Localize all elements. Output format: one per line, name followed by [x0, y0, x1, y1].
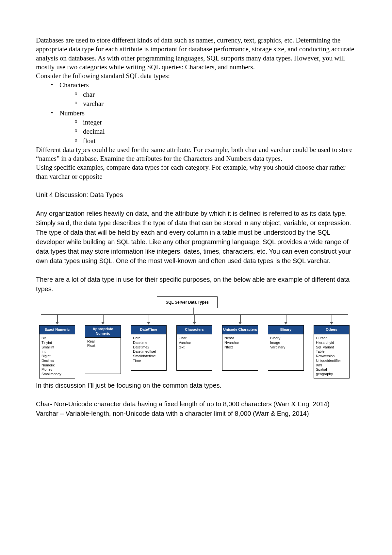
list-item: integer [74, 118, 356, 127]
list-item: Numbers integer decimal float [51, 109, 356, 145]
diagram-title: SQL Server Data Types [157, 296, 218, 308]
diagram-column-body: NcharNvarcharNtext [222, 334, 258, 371]
list-item: decimal [74, 127, 356, 136]
body-paragraph: Using specific examples, compare data ty… [36, 163, 356, 181]
body-paragraph: There are a lot of data type in use for … [36, 275, 356, 294]
diagram-column-header: Appropriate Numeric [85, 325, 121, 338]
category-label: Numbers [59, 109, 85, 117]
category-label: Characters [59, 81, 89, 89]
body-paragraph: Varchar – Variable-length, non-Unicode d… [36, 409, 356, 418]
diagram-column: Date/TimeDateDatetimeDatetime2Datetimeof… [131, 325, 167, 371]
intro-paragraph-2: Consider the following standard SQL data… [36, 72, 356, 80]
intro-paragraph-1: Databases are used to store different ki… [36, 36, 356, 72]
body-paragraph: Any organization relies heavily on data,… [36, 209, 356, 266]
document-page: Databases are used to store different ki… [0, 0, 392, 555]
body-paragraph: Different data types could be used for t… [36, 145, 356, 163]
diagram-column: CharactersCharVarchartext [176, 325, 212, 371]
list-item: Characters char varchar [51, 80, 356, 108]
diagram-column-header: Exact Numeric [39, 325, 75, 334]
diagram-column: Exact NumericBitTinyintSmallintIntBigint… [39, 325, 75, 378]
list-item: char [74, 90, 356, 99]
diagram-column-body: BinaryImageVarbinary [268, 334, 304, 371]
diagram-column-body: BitTinyintSmallintIntBigintDecimalNumeri… [39, 334, 75, 378]
section-heading: Unit 4 Discussion: Data Types [36, 190, 356, 200]
body-paragraph: Char- Non-Unicode character data having … [36, 399, 356, 409]
diagram-column-header: Date/Time [131, 325, 167, 334]
diagram-column-body: CursorHierarchyidSql_variantTableRowvers… [314, 334, 350, 378]
diagram-column-header: Characters [176, 325, 212, 334]
sub-list: char varchar [74, 90, 356, 109]
diagram-column-body: RealFloat [85, 338, 121, 374]
diagram-column-header: Binary [268, 325, 304, 334]
diagram-column: Appropriate NumericRealFloat [85, 325, 121, 374]
diagram-column-header: Others [314, 325, 350, 334]
diagram-column: Unicode CharactersNcharNvarcharNtext [222, 325, 258, 371]
diagram-column-header: Unicode Characters [222, 325, 258, 334]
diagram-column-body: DateDatetimeDatetime2DatetimeoffsetSmall… [131, 334, 167, 371]
sql-data-type-diagram: SQL Server Data Types Exact NumericBitTi… [36, 296, 351, 375]
list-item: varchar [74, 99, 356, 108]
diagram-column: OthersCursorHierarchyidSql_variantTableR… [314, 325, 350, 378]
body-paragraph: In this discussion I’ll just be focusing… [36, 381, 356, 390]
diagram-column: BinaryBinaryImageVarbinary [268, 325, 304, 371]
top-bullet-list: Characters char varchar Numbers integer … [51, 80, 356, 145]
list-item: float [74, 136, 356, 145]
diagram-column-body: CharVarchartext [176, 334, 212, 371]
sub-list: integer decimal float [74, 118, 356, 145]
